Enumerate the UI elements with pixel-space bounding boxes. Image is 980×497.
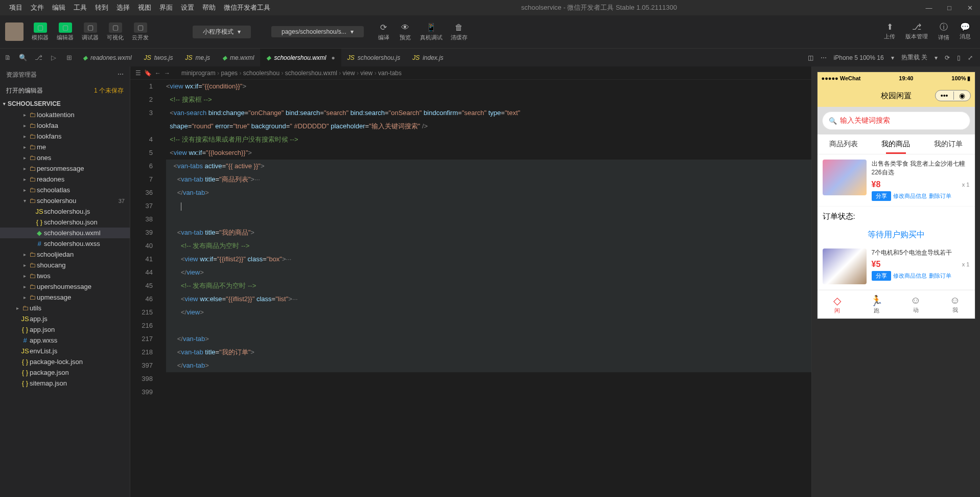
avatar[interactable] bbox=[5, 22, 24, 41]
delete-button[interactable]: 删除订单 bbox=[929, 272, 951, 280]
toolbar-版本管理[interactable]: ⎇版本管理 bbox=[901, 21, 932, 42]
tree-twos[interactable]: ▸🗀twos bbox=[0, 270, 130, 281]
product-item[interactable]: 7个电机和5个电池盒导线若干¥5x 1分享修改商品信息删除订单 bbox=[818, 243, 975, 289]
tree-upmessage[interactable]: ▸🗀upmessage bbox=[0, 292, 130, 303]
more-icon[interactable]: ⋯ bbox=[118, 71, 124, 79]
code-area[interactable]: 1234567363738394041444546215216217218397… bbox=[130, 80, 811, 497]
sim-tab-2[interactable]: 我的订单 bbox=[932, 134, 965, 154]
page-dropdown[interactable]: pages/schoolershou/s...▾ bbox=[271, 26, 364, 37]
mode-dropdown[interactable]: 小程序模式▾ bbox=[193, 26, 251, 38]
menu-设置[interactable]: 设置 bbox=[177, 3, 198, 12]
toolbar-消息[interactable]: 💬消息 bbox=[955, 21, 975, 42]
tree-schoolershou.wxml[interactable]: ◆schoolershou.wxml bbox=[0, 228, 130, 238]
tree-ones[interactable]: ▸🗀ones bbox=[0, 152, 130, 163]
breadcrumb[interactable]: ☰ 🔖 ← → miniprogram › pages › schoolersh… bbox=[130, 66, 811, 80]
menu-帮助[interactable]: 帮助 bbox=[198, 3, 220, 12]
tree-readones[interactable]: ▸🗀readones bbox=[0, 174, 130, 185]
reload-info[interactable]: 热重载 关 bbox=[901, 53, 927, 62]
refresh-icon[interactable]: ⟳ bbox=[945, 54, 950, 61]
menu-微信开发者工具[interactable]: 微信开发者工具 bbox=[220, 3, 274, 12]
menu-项目[interactable]: 项目 bbox=[5, 3, 27, 12]
tree-schoolershou.wxss[interactable]: #schoolershou.wxss bbox=[0, 238, 130, 249]
menu-转到[interactable]: 转到 bbox=[91, 3, 112, 12]
tree-schoolershou[interactable]: ▾🗀schoolershou37 bbox=[0, 195, 130, 206]
tab-index.js[interactable]: JSindex.js bbox=[406, 49, 450, 67]
outline-icon[interactable]: ☰ bbox=[135, 70, 141, 77]
tree-lookfans[interactable]: ▸🗀lookfans bbox=[0, 131, 130, 142]
explorer-icon[interactable]: 🗎 bbox=[0, 54, 15, 61]
tree-shoucang[interactable]: ▸🗀shoucang bbox=[0, 260, 130, 270]
minimize-button[interactable]: — bbox=[924, 3, 934, 13]
product-item[interactable]: 出售各类零食 我意者上金沙港七幢226自选¥8x 1分享修改商品信息删除订单 bbox=[818, 154, 975, 206]
tab-twos.js[interactable]: JStwos.js bbox=[138, 49, 179, 67]
tree-envList.js[interactable]: JSenvList.js bbox=[0, 346, 130, 356]
tree-app.json[interactable]: { }app.json bbox=[0, 324, 130, 335]
tab-readones.wxml[interactable]: ◆readones.wxml bbox=[77, 49, 138, 67]
tree-package-lock.json[interactable]: { }package-lock.json bbox=[0, 356, 130, 367]
tree-schoolershou.json[interactable]: { }schoolershou.json bbox=[0, 217, 130, 228]
forward-icon[interactable]: → bbox=[164, 70, 170, 77]
tab-schoolershou.js[interactable]: JSschoolershou.js bbox=[341, 49, 406, 67]
menu-视图[interactable]: 视图 bbox=[134, 3, 155, 12]
tree-schoolershou.js[interactable]: JSschoolershou.js bbox=[0, 206, 130, 217]
split-icon[interactable]: ◫ bbox=[808, 54, 813, 61]
sim-tab-1[interactable]: 我的商品 bbox=[879, 134, 912, 154]
toolbar-预览[interactable]: 👁预览 bbox=[395, 21, 415, 42]
menu-界面[interactable]: 界面 bbox=[155, 3, 177, 12]
toolbar-上传[interactable]: ⬆上传 bbox=[880, 21, 899, 42]
git-icon[interactable]: ⎇ bbox=[31, 54, 46, 61]
debug-icon[interactable]: ▷ bbox=[46, 54, 61, 61]
back-icon[interactable]: ← bbox=[155, 70, 161, 77]
device-icon[interactable]: ▯ bbox=[957, 54, 961, 61]
share-button[interactable]: 分享 bbox=[872, 191, 891, 201]
toolbar-可视化[interactable]: ▢可视化 bbox=[104, 21, 127, 42]
tree-schooljiedan[interactable]: ▸🗀schooljiedan bbox=[0, 249, 130, 260]
maximize-button[interactable]: □ bbox=[944, 3, 954, 13]
tabbar-我[interactable]: ☺我 bbox=[936, 290, 975, 319]
share-button[interactable]: 分享 bbox=[872, 271, 891, 281]
tab-schoolershou.wxml[interactable]: ◆schoolershou.wxml● bbox=[260, 49, 341, 67]
tree-lookattention[interactable]: ▸🗀lookattention bbox=[0, 109, 130, 120]
device-info[interactable]: iPhone 5 100% 16 bbox=[834, 54, 884, 61]
edit-button[interactable]: 修改商品信息 bbox=[893, 192, 927, 200]
search-input[interactable]: 🔍 输入关键词搜索 bbox=[822, 111, 970, 130]
tree-package.json[interactable]: { }package.json bbox=[0, 367, 130, 378]
toolbar-调试器[interactable]: ▢调试器 bbox=[79, 21, 102, 42]
menu-编辑[interactable]: 编辑 bbox=[48, 3, 69, 12]
bookmark-icon[interactable]: 🔖 bbox=[144, 70, 152, 77]
ext-icon[interactable]: ⊞ bbox=[61, 54, 77, 61]
more-icon[interactable]: ⋯ bbox=[821, 54, 827, 61]
project-header[interactable]: ▾ SCHOOLSERVICE bbox=[0, 98, 130, 109]
tabbar-动[interactable]: ☺动 bbox=[896, 290, 936, 319]
expand-icon[interactable]: ⤢ bbox=[968, 54, 973, 61]
tree-me[interactable]: ▸🗀me bbox=[0, 142, 130, 152]
tabbar-跑[interactable]: 🏃跑 bbox=[857, 290, 896, 319]
menu-文件[interactable]: 文件 bbox=[27, 3, 48, 12]
sim-tab-0[interactable]: 商品列表 bbox=[827, 134, 860, 154]
close-button[interactable]: ✕ bbox=[965, 3, 975, 13]
tree-utils[interactable]: ▸🗀utils bbox=[0, 303, 130, 313]
tree-upershoumessage[interactable]: ▸🗀upershoumessage bbox=[0, 281, 130, 292]
search-icon[interactable]: 🔍 bbox=[15, 54, 31, 61]
open-editors-header[interactable]: 打开的编辑器 1 个未保存 bbox=[0, 83, 130, 98]
toolbar-编译[interactable]: ⟳编译 bbox=[374, 21, 393, 42]
tab-me.js[interactable]: JSme.js bbox=[179, 49, 216, 67]
menu-工具[interactable]: 工具 bbox=[69, 3, 91, 12]
tree-app.js[interactable]: JSapp.js bbox=[0, 313, 130, 324]
tree-sitemap.json[interactable]: { }sitemap.json bbox=[0, 378, 130, 389]
toolbar-云开发[interactable]: ▢云开发 bbox=[129, 21, 152, 42]
menu-选择[interactable]: 选择 bbox=[112, 3, 134, 12]
toolbar-真机调试[interactable]: 📱真机调试 bbox=[417, 21, 446, 42]
edit-button[interactable]: 修改商品信息 bbox=[893, 272, 927, 280]
tabbar-闲[interactable]: ◇闲 bbox=[818, 290, 857, 319]
toolbar-模拟器[interactable]: ▢模拟器 bbox=[29, 21, 52, 42]
tree-app.wxss[interactable]: #app.wxss bbox=[0, 335, 130, 346]
tree-personmessage[interactable]: ▸🗀personmessage bbox=[0, 163, 130, 174]
tree-lookfaa[interactable]: ▸🗀lookfaa bbox=[0, 120, 130, 131]
capsule-button[interactable]: •••◉ bbox=[935, 90, 971, 101]
delete-button[interactable]: 删除订单 bbox=[929, 192, 951, 200]
toolbar-清缓存[interactable]: 🗑清缓存 bbox=[448, 21, 471, 42]
toolbar-编辑器[interactable]: ▢编辑器 bbox=[54, 21, 77, 42]
tab-me.wxml[interactable]: ◆me.wxml bbox=[216, 49, 260, 67]
tree-schoolatlas[interactable]: ▸🗀schoolatlas bbox=[0, 185, 130, 195]
